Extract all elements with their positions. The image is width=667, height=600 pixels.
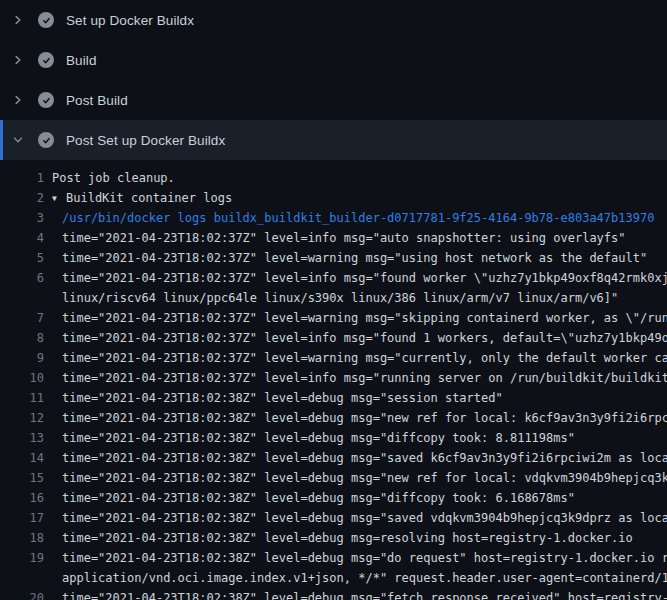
group-title: BuildKit container logs xyxy=(66,191,232,205)
line-number[interactable]: 12 xyxy=(0,408,44,428)
line-number[interactable]: 7 xyxy=(0,308,44,328)
step-label: Build xyxy=(66,53,97,68)
log-text: Post job cleanup. xyxy=(44,168,175,188)
log-line: 1 Post job cleanup. xyxy=(0,168,667,188)
log-text: time="2021-04-23T18:02:38Z" level=debug … xyxy=(44,588,667,600)
log-text: time="2021-04-23T18:02:38Z" level=debug … xyxy=(44,468,667,488)
log-text: time="2021-04-23T18:02:38Z" level=debug … xyxy=(44,428,575,448)
line-number xyxy=(0,568,44,588)
log-line: 8 time="2021-04-23T18:02:37Z" level=info… xyxy=(0,328,667,348)
chevron-right-icon[interactable] xyxy=(10,92,26,108)
log-line-wrap: linux/riscv64 linux/ppc64le linux/s390x … xyxy=(0,288,667,308)
success-check-icon xyxy=(38,12,54,28)
triangle-down-icon[interactable]: ▼ xyxy=(52,189,66,208)
line-number[interactable]: 18 xyxy=(0,528,44,548)
chevron-down-icon[interactable] xyxy=(10,132,26,148)
log-command-text: /usr/bin/docker logs buildx_buildkit_bui… xyxy=(44,208,654,228)
log-text: linux/riscv64 linux/ppc64le linux/s390x … xyxy=(44,288,618,308)
log-group-line[interactable]: 2 ▼BuildKit container logs xyxy=(0,188,667,208)
step-row-setup-docker-buildx[interactable]: Set up Docker Buildx xyxy=(0,0,667,40)
log-text: time="2021-04-23T18:02:38Z" level=debug … xyxy=(44,548,667,568)
line-number[interactable]: 16 xyxy=(0,488,44,508)
log-text: time="2021-04-23T18:02:37Z" level=info m… xyxy=(44,228,626,248)
step-row-build[interactable]: Build xyxy=(0,40,667,80)
log-text: time="2021-04-23T18:02:37Z" level=warnin… xyxy=(44,348,667,368)
step-label: Post Build xyxy=(66,93,128,108)
step-label: Post Set up Docker Buildx xyxy=(66,133,225,148)
line-number[interactable]: 2 xyxy=(0,188,44,208)
log-line: 17 time="2021-04-23T18:02:38Z" level=deb… xyxy=(0,508,667,528)
chevron-right-icon[interactable] xyxy=(10,52,26,68)
log-text: time="2021-04-23T18:02:38Z" level=debug … xyxy=(44,528,633,548)
log-text: time="2021-04-23T18:02:37Z" level=info m… xyxy=(44,268,667,288)
log-line: 7 time="2021-04-23T18:02:37Z" level=warn… xyxy=(0,308,667,328)
log-text: time="2021-04-23T18:02:38Z" level=debug … xyxy=(44,488,575,508)
line-number[interactable]: 5 xyxy=(0,248,44,268)
log-text: time="2021-04-23T18:02:37Z" level=info m… xyxy=(44,368,667,388)
success-check-icon xyxy=(38,52,54,68)
line-number[interactable]: 19 xyxy=(0,548,44,568)
step-label: Set up Docker Buildx xyxy=(66,13,194,28)
log-viewer: 1 Post job cleanup. 2 ▼BuildKit containe… xyxy=(0,160,667,600)
log-text: time="2021-04-23T18:02:37Z" level=warnin… xyxy=(44,308,667,328)
log-text: time="2021-04-23T18:02:38Z" level=debug … xyxy=(44,388,503,408)
log-line: 11 time="2021-04-23T18:02:38Z" level=deb… xyxy=(0,388,667,408)
log-line: 16 time="2021-04-23T18:02:38Z" level=deb… xyxy=(0,488,667,508)
log-line: 12 time="2021-04-23T18:02:38Z" level=deb… xyxy=(0,408,667,428)
log-line: 15 time="2021-04-23T18:02:38Z" level=deb… xyxy=(0,468,667,488)
line-number[interactable]: 3 xyxy=(0,208,44,228)
log-line: 5 time="2021-04-23T18:02:37Z" level=warn… xyxy=(0,248,667,268)
line-number[interactable]: 20 xyxy=(0,588,44,600)
line-number[interactable]: 8 xyxy=(0,328,44,348)
log-text: time="2021-04-23T18:02:38Z" level=debug … xyxy=(44,508,667,528)
line-number[interactable]: 9 xyxy=(0,348,44,368)
log-line: 13 time="2021-04-23T18:02:38Z" level=deb… xyxy=(0,428,667,448)
line-number[interactable]: 10 xyxy=(0,368,44,388)
step-row-post-setup-docker-buildx[interactable]: Post Set up Docker Buildx xyxy=(0,120,667,160)
log-line: 14 time="2021-04-23T18:02:38Z" level=deb… xyxy=(0,448,667,468)
chevron-right-icon[interactable] xyxy=(10,12,26,28)
line-number[interactable]: 17 xyxy=(0,508,44,528)
log-line-wrap: application/vnd.oci.image.index.v1+json,… xyxy=(0,568,667,588)
log-line: 19 time="2021-04-23T18:02:38Z" level=deb… xyxy=(0,548,667,568)
line-number[interactable]: 11 xyxy=(0,388,44,408)
workflow-steps: Set up Docker Buildx Build Post Build Po… xyxy=(0,0,667,160)
log-text: application/vnd.oci.image.index.v1+json,… xyxy=(44,568,667,588)
log-line: 4 time="2021-04-23T18:02:37Z" level=info… xyxy=(0,228,667,248)
log-text: time="2021-04-23T18:02:37Z" level=info m… xyxy=(44,328,667,348)
log-text: time="2021-04-23T18:02:38Z" level=debug … xyxy=(44,448,667,468)
log-line: 9 time="2021-04-23T18:02:37Z" level=warn… xyxy=(0,348,667,368)
log-command-line: 3 /usr/bin/docker logs buildx_buildkit_b… xyxy=(0,208,667,228)
step-row-post-build[interactable]: Post Build xyxy=(0,80,667,120)
log-line: 6 time="2021-04-23T18:02:37Z" level=info… xyxy=(0,268,667,288)
line-number[interactable]: 14 xyxy=(0,448,44,468)
line-number[interactable]: 13 xyxy=(0,428,44,448)
log-line: 20 time="2021-04-23T18:02:38Z" level=deb… xyxy=(0,588,667,600)
line-number[interactable]: 6 xyxy=(0,268,44,288)
log-text: time="2021-04-23T18:02:38Z" level=debug … xyxy=(44,408,667,428)
log-text: ▼BuildKit container logs xyxy=(44,188,232,208)
line-number xyxy=(0,288,44,308)
log-line: 10 time="2021-04-23T18:02:37Z" level=inf… xyxy=(0,368,667,388)
success-check-icon xyxy=(38,92,54,108)
line-number[interactable]: 1 xyxy=(0,168,44,188)
log-line: 18 time="2021-04-23T18:02:38Z" level=deb… xyxy=(0,528,667,548)
line-number[interactable]: 4 xyxy=(0,228,44,248)
log-text: time="2021-04-23T18:02:37Z" level=warnin… xyxy=(44,248,647,268)
line-number[interactable]: 15 xyxy=(0,468,44,488)
success-check-icon xyxy=(38,132,54,148)
